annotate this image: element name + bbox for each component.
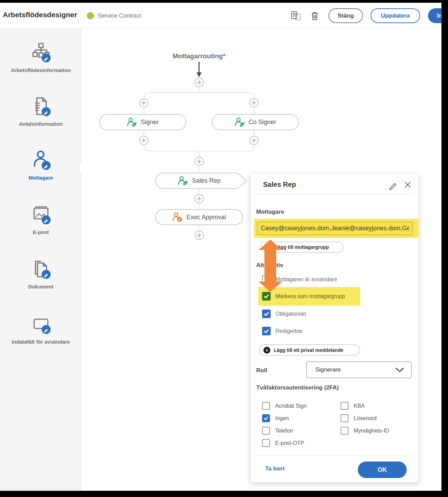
option-label[interactable]: Markera som mottagargrupp [275,293,345,300]
recipient-settings-panel: Sales Rep Mottagare + Lägg till mottagar… [250,173,419,483]
node-label: Sales Rep [192,177,220,184]
tfa-option-acrobat-sign[interactable]: Acrobat Sign [262,402,307,410]
signer-icon [178,176,188,186]
tfa-section-label: Tvåfaktorsautentisering (2FA) [256,384,339,391]
checkbox-unchecked[interactable] [262,427,270,435]
ok-button[interactable]: OK [358,462,407,478]
sidebar-item-agreement-info[interactable]: Avtalsinformation [0,96,82,127]
recipient-node-exec-approval[interactable]: Exec Approval [155,209,243,225]
tfa-option-kba[interactable]: KBA [341,402,365,410]
flow-down-arrow-icon [197,62,202,77]
recipient-email-input[interactable] [257,222,413,235]
tfa-option-government-id[interactable]: Myndighets-ID [341,427,389,435]
tfa-option-label[interactable]: Ingen [275,415,289,422]
sidebar-item-label: Avtalsinformation [0,121,82,127]
panel-divider [256,455,414,455]
role-label: Roll [256,367,267,374]
close-icon[interactable] [402,179,413,190]
add-recipient-plus-button[interactable] [195,231,204,240]
chevron-down-icon [395,367,404,373]
checkbox-checked[interactable] [262,327,271,335]
add-recipient-plus-button[interactable] [139,136,148,145]
sidebar-item-label: E-post [0,229,82,235]
workflow-status-icon [87,12,94,19]
activate-button[interactable]: In [428,8,441,23]
sidebar-item-label: Dokument [0,284,82,290]
recipient-node-sales-rep[interactable]: Sales Rep [155,173,243,189]
delete-recipient-link[interactable]: Ta bort [265,465,284,472]
approver-icon [172,212,183,222]
documents-icon [31,259,51,279]
add-private-message-button[interactable]: + Lägg till ett privat meddelande [259,344,360,356]
node-label: Exec Approval [186,214,226,221]
sidebar-item-documents[interactable]: Dokument [0,259,82,290]
sidebar-item-email[interactable]: E-post [0,204,82,235]
option-label[interactable]: Mottagaren är avsändare [275,276,337,283]
tfa-option-label[interactable]: KBA [354,403,365,409]
close-button[interactable]: Stäng [329,8,363,23]
agreement-info-icon [31,96,51,116]
trash-icon[interactable] [309,10,321,22]
sidebar-item-workflow-info[interactable]: Arbetsflödesinformation [0,42,82,73]
option-editable[interactable]: Redigerbar [262,327,303,335]
add-recipient-group-label: Lägg till mottagargrupp [275,244,329,250]
panel-divider [256,194,414,194]
option-required[interactable]: Obligatoriskt [262,310,306,318]
tfa-option-phone[interactable]: Telefon [262,427,293,435]
recipient-node-signer[interactable]: Signer [99,114,186,130]
update-button[interactable]: Uppdatera [371,8,420,23]
page-title: Arbetsflödesdesigner [3,11,77,19]
checkbox-unchecked[interactable] [341,402,348,410]
workflow-info-icon [31,42,51,62]
signer-icon [127,117,137,128]
add-recipient-plus-button[interactable] [139,98,148,108]
add-recipient-plus-button[interactable] [195,78,204,87]
checkbox-unchecked[interactable] [341,414,348,422]
options-section-label: Alternativ [256,262,283,269]
sender-input-fields-icon [31,314,51,334]
tfa-option-email-otp[interactable]: E-post-OTP [262,439,304,447]
option-recipient-is-sender[interactable]: Mottagaren är avsändare [262,275,337,284]
checkbox-checked[interactable] [262,414,270,422]
option-mark-as-recipient-group[interactable]: Markera som mottagargrupp [262,292,345,301]
tfa-option-password[interactable]: Lösenord [341,414,377,422]
tfa-option-none[interactable]: Ingen [262,414,289,422]
sidebar-item-sender-input-fields[interactable]: Indatafält för avsändare [0,314,82,345]
sidebar-item-recipients[interactable]: Mottagare [0,150,82,181]
panel-title: Sales Rep [263,181,296,189]
clone-document-icon[interactable] [290,10,302,22]
tfa-option-label[interactable]: Myndighets-ID [354,428,389,434]
plus-circle-icon: + [263,347,270,354]
add-recipient-plus-button[interactable] [249,98,259,108]
workflow-designer-app: Arbetsflödesdesigner Service Contract St… [0,3,441,491]
tfa-option-label[interactable]: Acrobat Sign [275,403,307,409]
highlight-recipient-input [254,219,419,238]
checkbox-checked[interactable] [262,310,271,318]
recipient-node-co-signer[interactable]: Co Signer [212,114,299,130]
email-icon [31,204,51,224]
recipient-section-label: Mottagare [256,209,284,215]
option-label[interactable]: Obligatoriskt [275,311,306,317]
signer-icon [235,117,245,128]
node-label: Signer [141,119,159,126]
tfa-option-label[interactable]: Telefon [275,428,293,434]
role-dropdown[interactable]: Signerare [306,362,411,378]
plus-circle-icon: + [264,244,271,251]
checkbox-checked-green[interactable] [262,292,271,301]
recipients-icon [31,150,51,170]
checkbox-unchecked[interactable] [262,275,271,284]
add-recipient-group-button[interactable]: + Lägg till mottagargrupp [260,242,344,253]
role-selected-value: Signerare [315,366,341,373]
add-recipient-plus-button[interactable] [195,194,204,203]
tfa-option-label[interactable]: Lösenord [354,415,377,422]
tfa-option-label[interactable]: E-post-OTP [275,440,304,446]
checkbox-unchecked[interactable] [262,439,270,447]
checkbox-unchecked[interactable] [262,402,270,410]
option-label[interactable]: Redigerbar [275,328,303,334]
node-label: Co Signer [249,119,276,126]
add-recipient-plus-button[interactable] [249,136,259,145]
edit-pencil-icon[interactable] [388,179,399,190]
checkbox-unchecked[interactable] [341,427,348,435]
add-recipient-plus-button[interactable] [195,157,204,166]
header-divider [78,9,78,22]
